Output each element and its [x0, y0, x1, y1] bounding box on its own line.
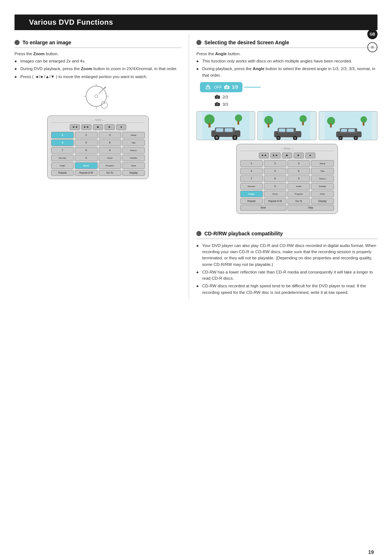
btn-r-setup: Setup — [311, 160, 334, 167]
cdrw-section-header: CD-R/RW playback compatibility — [196, 231, 377, 239]
transport-btn-2: ►► — [270, 153, 281, 158]
list-item: CD-RW has a lower reflection rate than C… — [196, 269, 377, 282]
left-bullet-list: Images can be enlarged 2x and 4x. During… — [15, 58, 181, 80]
transport-btn-2: ◄◄ — [259, 153, 269, 158]
svg-rect-15 — [216, 95, 218, 96]
transport-btn: ◄◄ — [70, 124, 80, 130]
remote-image-left: — TAPE — ◄◄ ►► ■ ► ● 1 2 3 Setup — [15, 116, 181, 179]
angle-val-2: 2/3 — [222, 95, 228, 99]
zoom-keyword: Zoom — [33, 52, 45, 56]
btn-r-step: Step — [287, 205, 334, 211]
btn-return: Return — [122, 147, 145, 154]
svg-point-18 — [217, 104, 218, 105]
svg-rect-19 — [216, 102, 218, 103]
numpad-grid-4: Remain 0 Audio Subtitle — [51, 155, 145, 161]
svg-rect-57 — [341, 129, 347, 132]
left-press-text: Press the Zoom button. — [15, 52, 181, 56]
angle-keyword: Angle — [215, 52, 227, 56]
transport-btn: ►► — [81, 124, 91, 130]
cdrw-section: CD-R/RW playback compatibility Your DVD … — [196, 221, 377, 296]
transport-row-2: ◄◄ ►► ■ ► ● — [240, 153, 334, 158]
svg-point-43 — [294, 137, 296, 139]
car-scene-2 — [257, 111, 316, 140]
list-item: This function only works with discs on w… — [196, 58, 377, 64]
list-item: During playback, press the Angle button … — [196, 66, 377, 78]
left-section-header: To enlarge an image — [15, 40, 181, 48]
gb-badge: GB — [367, 29, 377, 39]
btn-r-return: Return — [311, 175, 334, 182]
svg-rect-24 — [237, 121, 239, 125]
svg-point-30 — [234, 137, 236, 139]
svg-point-21 — [204, 114, 215, 125]
numpad-grid-5: Angle Zoom Program Clear — [51, 162, 145, 169]
btn-r-repeat-ab: Repeat A+B — [264, 198, 286, 204]
tape-label-2: — Setup — — [240, 147, 334, 151]
cdrw-section-title: CD-R/RW playback compatibility — [204, 231, 283, 236]
car-scene-1 — [196, 111, 255, 140]
svg-rect-31 — [216, 128, 223, 132]
numpad-grid-r3: 7 8 9 Return — [240, 175, 334, 182]
right-section-title: Selecting the desired Screen Angle — [204, 40, 289, 45]
remote-box-right: — Setup — ◄◄ ►► ■ ► ● 1 2 3 Setup — [236, 144, 338, 214]
btn-r-zoom: Zoom — [264, 191, 286, 197]
transport-btn-2: ► — [294, 153, 304, 158]
numpad-grid-r5: Angle Zoom Program Clear — [240, 191, 334, 197]
btn-r-9: 9 — [287, 175, 310, 182]
page-container: GB Various DVD Functions To enlarge an i… — [0, 15, 392, 555]
btn-subtitle: Subtitle — [122, 155, 145, 161]
numpad-grid-r4: Remain 0 Audio Subtitle — [240, 183, 334, 190]
btn-r-program: Program — [287, 191, 310, 197]
btn-r-slow: Slow — [240, 205, 287, 211]
btn-4: 4 — [51, 139, 74, 146]
btn-r-angle: Angle — [240, 191, 263, 197]
btn-r-display: Display — [311, 198, 334, 204]
svg-point-10 — [226, 87, 228, 88]
angle-val-3: 3/3 — [222, 102, 228, 106]
btn-r-goto: Go To — [287, 198, 310, 204]
bottom-row: Repeat Repeat A+B Go To Display — [51, 170, 145, 176]
angle-line — [244, 87, 261, 88]
car-scenes — [196, 111, 377, 140]
btn-r-clear: Clear — [311, 191, 334, 197]
btn-r-5: 5 — [264, 168, 286, 174]
list-item: CD-RW discs recorded at high speed tend … — [196, 283, 377, 296]
btn-9: 9 — [99, 147, 121, 154]
hand-circle-svg — [83, 84, 113, 113]
transport-btn: ■ — [93, 124, 103, 130]
numpad-grid: 1 2 3 Setup — [51, 132, 145, 138]
svg-point-23 — [235, 114, 242, 122]
remote-box-left: — TAPE — ◄◄ ►► ■ ► ● 1 2 3 Setup — [47, 116, 149, 179]
svg-rect-37 — [302, 122, 304, 125]
btn-r-7: 7 — [240, 175, 263, 182]
bottom-row-2: Repeat Repeat A+B Go To Display — [240, 198, 334, 204]
svg-line-6 — [99, 88, 105, 94]
btn-5: 5 — [75, 139, 97, 146]
left-column: To enlarge an image Press the Zoom butto… — [15, 34, 189, 299]
numpad-grid-2: 4 5 6 Title — [51, 139, 145, 146]
svg-point-1 — [95, 95, 98, 98]
numpad-grid-r2: 4 5 6 Title — [240, 168, 334, 174]
btn-8: 8 — [75, 147, 97, 154]
btn-setup: Setup — [122, 132, 145, 138]
transport-btn: ● — [116, 124, 126, 130]
section-dot-cdrw — [196, 231, 201, 236]
svg-point-56 — [355, 137, 356, 139]
camera-icon-3 — [215, 102, 220, 107]
svg-point-36 — [299, 115, 307, 122]
cdrw-bullet-list: Your DVD player can also play CD-R and C… — [196, 243, 377, 296]
btn-3: 3 — [99, 132, 121, 138]
numpad-grid-r1: 1 2 3 Setup — [240, 160, 334, 167]
left-section-title: To enlarge an image — [23, 40, 71, 45]
transport-row: ◄◄ ►► ■ ► ● — [51, 124, 145, 130]
btn-0: 0 — [75, 155, 97, 161]
btn-r-3: 3 — [287, 160, 310, 167]
svg-point-41 — [278, 137, 279, 139]
page-title: Various DVD Functions — [15, 15, 377, 30]
camera-icon-1 — [224, 85, 230, 90]
btn-remain: Remain — [51, 155, 74, 161]
btn-repeat: Repeat — [51, 170, 74, 176]
btn-1: 1 — [51, 132, 74, 138]
main-content: To enlarge an image Press the Zoom butto… — [0, 34, 392, 299]
btn-title: Title — [122, 139, 145, 146]
right-column: Selecting the desired Screen Angle Press… — [189, 34, 377, 299]
